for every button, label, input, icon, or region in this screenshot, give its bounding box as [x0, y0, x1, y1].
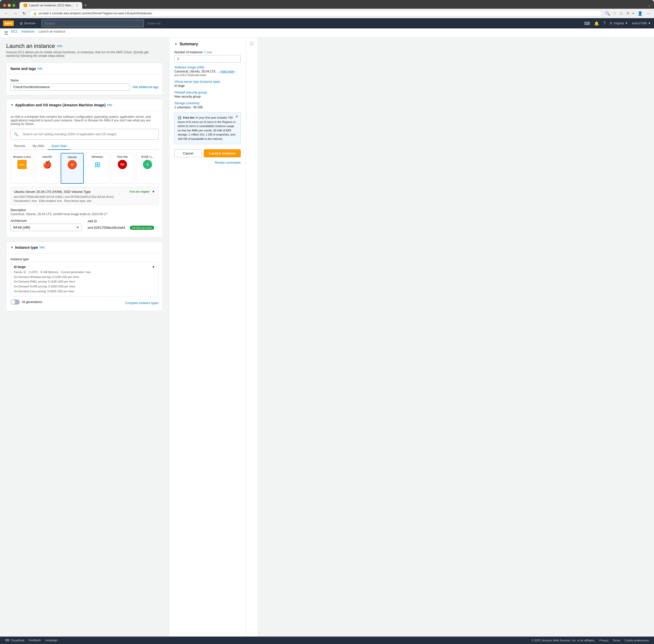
instance-type-expand-icon[interactable]: ▼	[151, 265, 155, 269]
summary-instances-info-icon[interactable]: ⓘ	[204, 50, 206, 54]
ami-search-input[interactable]	[20, 131, 155, 138]
breadcrumb-ec2[interactable]: EC2	[11, 30, 17, 33]
share-button[interactable]: ↑	[613, 10, 617, 16]
ami-id-label: AMI ID	[88, 220, 159, 223]
ami-card-ubuntu[interactable]: Ubuntu U	[61, 153, 84, 184]
instance-type-box: t2.large Family: t2 2 vCPU 8 GiB Memory …	[10, 262, 159, 296]
summary-instance-type-label[interactable]: Virtual server type (instance type)	[174, 80, 241, 84]
ami-card-amazon-linux-label: Amazon Linux	[13, 155, 31, 158]
new-tab-button[interactable]: +	[84, 3, 87, 8]
instance-type-collapse-icon[interactable]: ▼	[10, 246, 14, 249]
ami-card-amazon-linux[interactable]: Amazon Linux aws	[10, 153, 33, 184]
all-generations-toggle[interactable]	[10, 299, 20, 304]
name-field-label: Name	[10, 79, 159, 82]
ami-card-macos[interactable]: macOS 🍎	[36, 153, 59, 184]
close-dot[interactable]	[3, 4, 6, 7]
right-info-panel: ⓘ	[246, 38, 257, 641]
page-info-link[interactable]: Info	[57, 44, 62, 48]
ami-detail-expand-icon[interactable]: ▼	[151, 189, 155, 194]
user-dropdown-arrow: ▼	[648, 22, 651, 25]
tab-recents[interactable]: Recents	[10, 143, 29, 150]
terms-link[interactable]: Terms	[613, 639, 621, 641]
summary-ami-value: Canonical, Ubuntu, 20.04 LTS, ... read m…	[174, 70, 241, 77]
ami-card-windows-label: Windows	[92, 155, 103, 158]
region-selector[interactable]: N. Virginia ▼	[610, 22, 628, 25]
minimize-dot[interactable]	[8, 4, 11, 7]
address-bar[interactable]: 🔒 us-east-1.console.aws.amazon.com/ec2/h…	[29, 10, 602, 16]
architecture-select[interactable]: 64-bit (x86) 64-bit (Arm)	[10, 224, 81, 231]
name-tags-info-link[interactable]: Info	[38, 67, 43, 70]
maximize-dot[interactable]	[12, 4, 15, 7]
free-tier-notice: ✕ ℹ️ Free tier: In your first year inclu…	[174, 112, 241, 144]
breadcrumb-instances[interactable]: Instances	[21, 30, 34, 33]
free-tier-text: In your first year includes 750 hours of…	[178, 116, 236, 140]
suse-icon: S	[142, 159, 153, 169]
reload-button[interactable]: ↻	[21, 10, 27, 16]
summary-ami-read-more[interactable]: read more	[220, 70, 235, 73]
right-panel-info-icon[interactable]: ⓘ	[250, 41, 254, 641]
ami-collapse-icon[interactable]: ▼	[10, 103, 14, 107]
aws-search-input[interactable]	[42, 20, 144, 27]
ami-card-ubuntu-label: Ubuntu	[68, 156, 76, 159]
privacy-link[interactable]: Privacy	[600, 639, 609, 641]
launch-instance-button[interactable]: Launch instance	[204, 150, 241, 157]
sidebar-button[interactable]: ▪	[631, 10, 635, 16]
summary-ami-label[interactable]: Software Image (AMI)	[174, 66, 241, 69]
back-button[interactable]: ←	[3, 10, 10, 16]
services-button[interactable]: ⊞ Services	[17, 20, 39, 27]
ami-card-windows[interactable]: Windows ⊞	[86, 153, 109, 184]
tab-quick-start[interactable]: Quick Start	[48, 143, 70, 150]
tab-close-btn[interactable]: ✕	[76, 4, 78, 7]
summary-instances-label: Number of instances ⓘ Info	[174, 50, 241, 54]
search-toolbar-button[interactable]: 🔍	[604, 10, 611, 16]
review-commands-button[interactable]: Review commands	[174, 161, 241, 164]
compare-instance-types-link[interactable]: Compare instance types	[125, 301, 159, 305]
cloudshell-icon[interactable]: ⌨	[584, 21, 590, 26]
language-link[interactable]: Language	[45, 639, 57, 641]
tab-favicon	[24, 4, 27, 7]
nav-hamburger[interactable]: ☰	[4, 30, 8, 36]
user-menu[interactable]: evecs7346 ▼	[632, 22, 651, 25]
cookies-link[interactable]: Cookie preferences	[625, 639, 649, 641]
instance-type-info-link[interactable]: Info	[40, 246, 45, 249]
ami-detail-id: ami-0261755bbcb8c4a84 (64-bit (x86)) / a…	[14, 195, 155, 198]
amazon-linux-icon: aws	[17, 159, 27, 169]
instance-vcpu: 2 vCPU	[28, 271, 38, 274]
ami-card-redhat[interactable]: Red Hat RH	[111, 153, 134, 184]
name-input[interactable]	[10, 83, 129, 91]
ami-card-suse[interactable]: SUSE Li... S	[136, 153, 159, 184]
browser-menu-button[interactable]: ⌄	[648, 3, 651, 7]
add-tags-link[interactable]: Add additional tags	[132, 85, 159, 89]
windows-icon: ⊞	[92, 159, 102, 169]
region-label: N. Virginia	[610, 22, 624, 25]
all-generations-label: All generations	[22, 300, 42, 304]
ami-info-link[interactable]: Info	[107, 103, 112, 107]
ami-section: ▼ Application and OS Images (Amazon Mach…	[6, 99, 163, 237]
summary-storage-label[interactable]: Storage (volumes)	[174, 101, 241, 105]
feedback-link[interactable]: Feedback	[28, 639, 41, 641]
breadcrumb-current: Launch an instance	[39, 30, 65, 33]
bookmark-button[interactable]: ☆	[618, 10, 624, 16]
cloudshell-button[interactable]: ⌨ CloudShell	[5, 639, 24, 641]
breadcrumb-sep2: ›	[36, 30, 37, 33]
browser-menu-icon-button[interactable]: ⋯	[645, 10, 651, 16]
summary-collapse-icon[interactable]: ▼	[174, 42, 178, 46]
breadcrumb: EC2 › Instances › Launch an instance	[11, 30, 65, 33]
summary-instances-info-link[interactable]: Info	[207, 51, 212, 54]
cancel-button[interactable]: Cancel	[174, 150, 202, 157]
free-tier-close-button[interactable]: ✕	[235, 115, 238, 119]
active-tab[interactable]: Launch an instance | EC2 Man... ✕	[20, 2, 82, 9]
instance-current-gen: Current generation: true	[61, 271, 91, 274]
aws-search-container	[42, 20, 144, 27]
notifications-icon[interactable]: 🔔	[594, 21, 599, 26]
summary-instances-input[interactable]	[174, 55, 241, 63]
help-icon[interactable]: ?	[603, 21, 606, 26]
forward-button[interactable]: →	[12, 10, 19, 16]
ami-os-grid: Amazon Linux aws macOS 🍎 Ubuntu	[10, 153, 159, 184]
ami-desc-value: Canonical, Ubuntu, 20.04 LTS, amd64 foca…	[10, 212, 159, 216]
architecture-select-wrapper: 64-bit (x86) 64-bit (Arm) ▼	[10, 224, 81, 231]
tab-my-amis[interactable]: My AMIs	[29, 143, 48, 150]
summary-firewall-label[interactable]: Firewall (security group)	[174, 91, 241, 94]
reading-list-button[interactable]: ≡	[626, 10, 630, 16]
profile-button[interactable]: 👤	[637, 10, 644, 16]
